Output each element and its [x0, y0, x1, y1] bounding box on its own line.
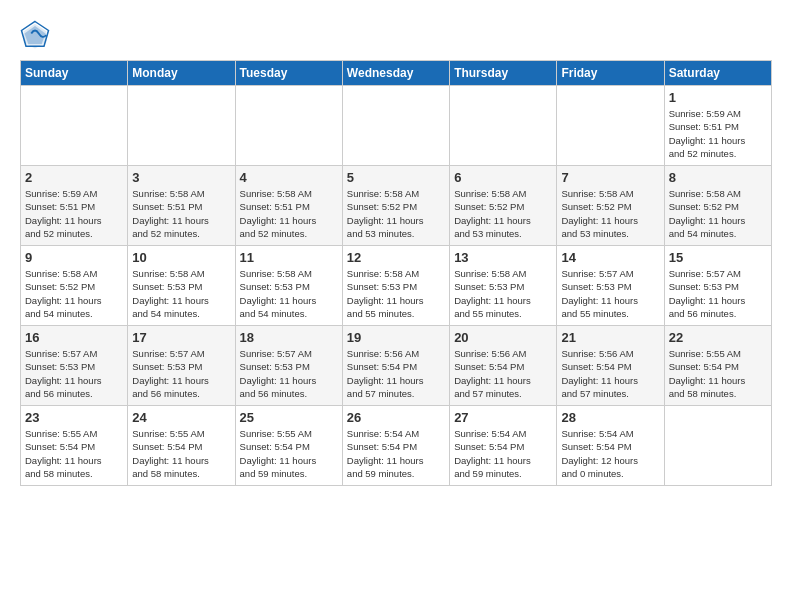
calendar-cell: 21Sunrise: 5:56 AM Sunset: 5:54 PM Dayli… [557, 326, 664, 406]
column-header-saturday: Saturday [664, 61, 771, 86]
day-info: Sunrise: 5:56 AM Sunset: 5:54 PM Dayligh… [561, 347, 659, 400]
day-info: Sunrise: 5:57 AM Sunset: 5:53 PM Dayligh… [132, 347, 230, 400]
day-number: 27 [454, 410, 552, 425]
day-number: 22 [669, 330, 767, 345]
day-number: 14 [561, 250, 659, 265]
calendar-cell: 9Sunrise: 5:58 AM Sunset: 5:52 PM Daylig… [21, 246, 128, 326]
day-info: Sunrise: 5:54 AM Sunset: 5:54 PM Dayligh… [347, 427, 445, 480]
calendar-cell: 3Sunrise: 5:58 AM Sunset: 5:51 PM Daylig… [128, 166, 235, 246]
day-number: 7 [561, 170, 659, 185]
day-number: 17 [132, 330, 230, 345]
day-info: Sunrise: 5:58 AM Sunset: 5:53 PM Dayligh… [347, 267, 445, 320]
calendar-cell [664, 406, 771, 486]
calendar-cell: 28Sunrise: 5:54 AM Sunset: 5:54 PM Dayli… [557, 406, 664, 486]
day-number: 23 [25, 410, 123, 425]
calendar-cell: 13Sunrise: 5:58 AM Sunset: 5:53 PM Dayli… [450, 246, 557, 326]
calendar-cell: 24Sunrise: 5:55 AM Sunset: 5:54 PM Dayli… [128, 406, 235, 486]
day-info: Sunrise: 5:57 AM Sunset: 5:53 PM Dayligh… [25, 347, 123, 400]
calendar-cell: 4Sunrise: 5:58 AM Sunset: 5:51 PM Daylig… [235, 166, 342, 246]
calendar-cell: 11Sunrise: 5:58 AM Sunset: 5:53 PM Dayli… [235, 246, 342, 326]
page-header [20, 20, 772, 50]
day-info: Sunrise: 5:58 AM Sunset: 5:52 PM Dayligh… [25, 267, 123, 320]
day-info: Sunrise: 5:54 AM Sunset: 5:54 PM Dayligh… [561, 427, 659, 480]
calendar-cell: 8Sunrise: 5:58 AM Sunset: 5:52 PM Daylig… [664, 166, 771, 246]
day-number: 4 [240, 170, 338, 185]
logo [20, 20, 52, 50]
day-info: Sunrise: 5:58 AM Sunset: 5:51 PM Dayligh… [132, 187, 230, 240]
calendar-week-row: 9Sunrise: 5:58 AM Sunset: 5:52 PM Daylig… [21, 246, 772, 326]
day-number: 25 [240, 410, 338, 425]
calendar-cell: 19Sunrise: 5:56 AM Sunset: 5:54 PM Dayli… [342, 326, 449, 406]
logo-icon [20, 20, 50, 50]
calendar-cell: 5Sunrise: 5:58 AM Sunset: 5:52 PM Daylig… [342, 166, 449, 246]
day-info: Sunrise: 5:58 AM Sunset: 5:53 PM Dayligh… [132, 267, 230, 320]
day-info: Sunrise: 5:55 AM Sunset: 5:54 PM Dayligh… [669, 347, 767, 400]
day-number: 3 [132, 170, 230, 185]
day-number: 6 [454, 170, 552, 185]
day-number: 19 [347, 330, 445, 345]
calendar-cell: 17Sunrise: 5:57 AM Sunset: 5:53 PM Dayli… [128, 326, 235, 406]
calendar-cell [235, 86, 342, 166]
column-header-thursday: Thursday [450, 61, 557, 86]
column-header-tuesday: Tuesday [235, 61, 342, 86]
calendar-cell: 16Sunrise: 5:57 AM Sunset: 5:53 PM Dayli… [21, 326, 128, 406]
calendar-cell: 18Sunrise: 5:57 AM Sunset: 5:53 PM Dayli… [235, 326, 342, 406]
calendar-cell: 20Sunrise: 5:56 AM Sunset: 5:54 PM Dayli… [450, 326, 557, 406]
day-info: Sunrise: 5:58 AM Sunset: 5:52 PM Dayligh… [454, 187, 552, 240]
day-number: 1 [669, 90, 767, 105]
calendar-cell: 26Sunrise: 5:54 AM Sunset: 5:54 PM Dayli… [342, 406, 449, 486]
calendar-cell: 27Sunrise: 5:54 AM Sunset: 5:54 PM Dayli… [450, 406, 557, 486]
day-number: 16 [25, 330, 123, 345]
calendar-header-row: SundayMondayTuesdayWednesdayThursdayFrid… [21, 61, 772, 86]
day-info: Sunrise: 5:54 AM Sunset: 5:54 PM Dayligh… [454, 427, 552, 480]
day-info: Sunrise: 5:59 AM Sunset: 5:51 PM Dayligh… [669, 107, 767, 160]
day-info: Sunrise: 5:55 AM Sunset: 5:54 PM Dayligh… [240, 427, 338, 480]
column-header-monday: Monday [128, 61, 235, 86]
day-number: 28 [561, 410, 659, 425]
day-number: 2 [25, 170, 123, 185]
day-number: 10 [132, 250, 230, 265]
day-number: 11 [240, 250, 338, 265]
day-number: 15 [669, 250, 767, 265]
calendar-table: SundayMondayTuesdayWednesdayThursdayFrid… [20, 60, 772, 486]
day-info: Sunrise: 5:56 AM Sunset: 5:54 PM Dayligh… [347, 347, 445, 400]
calendar-cell [450, 86, 557, 166]
day-info: Sunrise: 5:58 AM Sunset: 5:53 PM Dayligh… [454, 267, 552, 320]
day-info: Sunrise: 5:59 AM Sunset: 5:51 PM Dayligh… [25, 187, 123, 240]
calendar-cell: 12Sunrise: 5:58 AM Sunset: 5:53 PM Dayli… [342, 246, 449, 326]
calendar-cell [21, 86, 128, 166]
day-number: 13 [454, 250, 552, 265]
calendar-cell: 14Sunrise: 5:57 AM Sunset: 5:53 PM Dayli… [557, 246, 664, 326]
calendar-cell: 15Sunrise: 5:57 AM Sunset: 5:53 PM Dayli… [664, 246, 771, 326]
calendar-week-row: 16Sunrise: 5:57 AM Sunset: 5:53 PM Dayli… [21, 326, 772, 406]
column-header-sunday: Sunday [21, 61, 128, 86]
day-number: 12 [347, 250, 445, 265]
day-info: Sunrise: 5:58 AM Sunset: 5:51 PM Dayligh… [240, 187, 338, 240]
day-info: Sunrise: 5:58 AM Sunset: 5:52 PM Dayligh… [669, 187, 767, 240]
day-number: 5 [347, 170, 445, 185]
day-info: Sunrise: 5:57 AM Sunset: 5:53 PM Dayligh… [669, 267, 767, 320]
calendar-cell: 22Sunrise: 5:55 AM Sunset: 5:54 PM Dayli… [664, 326, 771, 406]
calendar-cell: 6Sunrise: 5:58 AM Sunset: 5:52 PM Daylig… [450, 166, 557, 246]
day-info: Sunrise: 5:58 AM Sunset: 5:52 PM Dayligh… [561, 187, 659, 240]
day-number: 18 [240, 330, 338, 345]
day-number: 26 [347, 410, 445, 425]
day-info: Sunrise: 5:56 AM Sunset: 5:54 PM Dayligh… [454, 347, 552, 400]
calendar-week-row: 1Sunrise: 5:59 AM Sunset: 5:51 PM Daylig… [21, 86, 772, 166]
column-header-wednesday: Wednesday [342, 61, 449, 86]
calendar-cell [128, 86, 235, 166]
calendar-cell: 1Sunrise: 5:59 AM Sunset: 5:51 PM Daylig… [664, 86, 771, 166]
calendar-cell: 25Sunrise: 5:55 AM Sunset: 5:54 PM Dayli… [235, 406, 342, 486]
day-number: 8 [669, 170, 767, 185]
day-number: 20 [454, 330, 552, 345]
calendar-week-row: 23Sunrise: 5:55 AM Sunset: 5:54 PM Dayli… [21, 406, 772, 486]
calendar-cell [557, 86, 664, 166]
calendar-cell: 7Sunrise: 5:58 AM Sunset: 5:52 PM Daylig… [557, 166, 664, 246]
calendar-cell: 10Sunrise: 5:58 AM Sunset: 5:53 PM Dayli… [128, 246, 235, 326]
calendar-cell [342, 86, 449, 166]
column-header-friday: Friday [557, 61, 664, 86]
calendar-week-row: 2Sunrise: 5:59 AM Sunset: 5:51 PM Daylig… [21, 166, 772, 246]
calendar-cell: 2Sunrise: 5:59 AM Sunset: 5:51 PM Daylig… [21, 166, 128, 246]
day-info: Sunrise: 5:58 AM Sunset: 5:53 PM Dayligh… [240, 267, 338, 320]
calendar-cell: 23Sunrise: 5:55 AM Sunset: 5:54 PM Dayli… [21, 406, 128, 486]
